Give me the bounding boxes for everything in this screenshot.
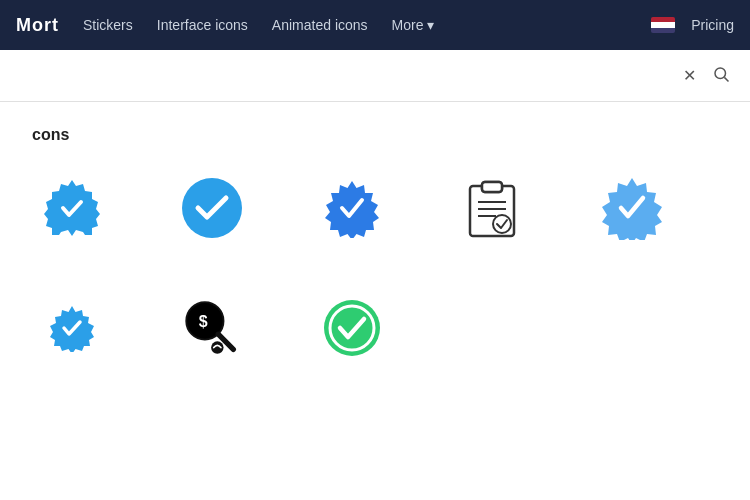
blue-gear-check-icon[interactable] — [32, 168, 112, 248]
svg-point-9 — [493, 215, 511, 233]
search-money-icon[interactable]: $ — [172, 288, 252, 368]
blue-star-badge-dark-icon[interactable] — [312, 168, 392, 248]
nav-item-animated-icons[interactable]: Animated icons — [272, 17, 368, 33]
search-bar-container: ✕ — [0, 50, 750, 102]
navbar: Mort Stickers Interface icons Animated i… — [0, 0, 750, 50]
blue-circle-check-icon[interactable] — [172, 168, 252, 248]
blue-badge-small-icon[interactable] — [32, 288, 112, 368]
svg-point-16 — [330, 306, 374, 350]
nav-right: Pricing — [651, 17, 734, 33]
svg-line-1 — [724, 77, 728, 81]
nav-item-interface-icons[interactable]: Interface icons — [157, 17, 248, 33]
icon-grid: $ — [32, 168, 718, 368]
nav-item-more[interactable]: More ▾ — [392, 17, 435, 33]
nav-pricing[interactable]: Pricing — [691, 17, 734, 33]
green-circle-check-icon[interactable] — [312, 288, 392, 368]
clipboard-check-icon[interactable] — [452, 168, 532, 248]
blue-badge-light-icon[interactable] — [592, 168, 672, 248]
nav-item-stickers[interactable]: Stickers — [83, 17, 133, 33]
svg-rect-5 — [482, 182, 502, 192]
section-title: cons — [32, 126, 718, 144]
language-flag-icon[interactable] — [651, 17, 675, 33]
svg-point-0 — [715, 68, 726, 79]
content-area: cons — [0, 102, 750, 500]
svg-text:$: $ — [199, 313, 208, 330]
svg-point-2 — [182, 178, 242, 238]
search-button[interactable] — [708, 63, 734, 89]
clear-search-button[interactable]: ✕ — [679, 64, 700, 87]
nav-logo: Mort — [16, 15, 59, 36]
